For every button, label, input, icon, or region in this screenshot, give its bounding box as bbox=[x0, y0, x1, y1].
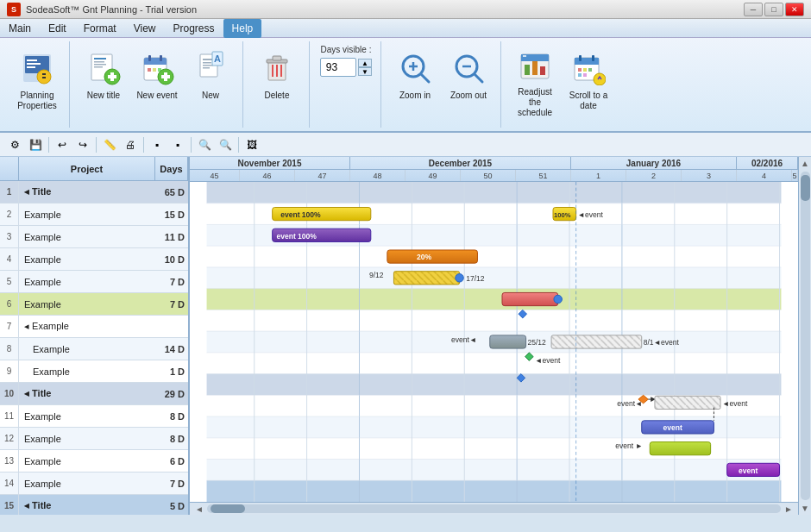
row-days-4: 10 D bbox=[155, 254, 188, 265]
project-row-10[interactable]: 10 ◂ Title 29 D bbox=[0, 383, 188, 405]
row-num-6: 6 bbox=[0, 293, 19, 315]
row-days-6: 7 D bbox=[155, 299, 188, 310]
minimize-button[interactable]: ─ bbox=[744, 3, 763, 16]
row-days-1: 65 D bbox=[155, 187, 188, 197]
row-days-10: 29 D bbox=[155, 389, 188, 399]
scroll-down-btn[interactable]: ▼ bbox=[799, 502, 811, 515]
row-num-10: 10 bbox=[0, 383, 19, 404]
new-title-label: New title bbox=[87, 91, 120, 101]
toolbar-undo[interactable]: ↩ bbox=[53, 135, 72, 154]
row-num-9: 9 bbox=[0, 360, 19, 382]
toolbar-btn1[interactable]: ▪ bbox=[148, 135, 167, 154]
project-row-6[interactable]: 6 Example 7 D bbox=[0, 293, 188, 316]
svg-rect-18 bbox=[144, 63, 167, 65]
zoom-out-button[interactable]: Zoom out bbox=[443, 45, 494, 119]
header-days: Days bbox=[155, 157, 188, 180]
project-row-1[interactable]: 1 ◂ Title 65 D bbox=[0, 181, 188, 203]
new-event-label: New event bbox=[136, 91, 177, 101]
scrollbar-thumb-h[interactable] bbox=[211, 504, 245, 513]
scrollbar-thumb-v[interactable] bbox=[801, 175, 810, 201]
toolbar-search1[interactable]: 🔍 bbox=[195, 135, 214, 154]
spinner-down[interactable]: ▼ bbox=[358, 67, 372, 76]
svg-text:◄event: ◄event bbox=[535, 356, 561, 365]
row-name-15: ◂ Title bbox=[19, 500, 155, 511]
gantt-body[interactable]: event 100% 100% ◄event event 100% 20% 9/… bbox=[190, 182, 798, 502]
readjust-button[interactable]: Readjust theschedule bbox=[510, 45, 560, 119]
horizontal-scrollbar[interactable]: ◄ ► bbox=[190, 502, 798, 515]
toolbar-ruler[interactable]: 📏 bbox=[100, 135, 119, 154]
zoom-in-button[interactable]: Zoom in bbox=[390, 45, 440, 119]
row-name-5: Example bbox=[19, 277, 155, 287]
menu-progress[interactable]: Progress bbox=[165, 19, 223, 38]
svg-rect-115 bbox=[502, 292, 558, 305]
app-icon: S bbox=[7, 3, 21, 16]
toolbar-save[interactable]: 💾 bbox=[26, 135, 45, 154]
project-row-13[interactable]: 13 Example 6 D bbox=[0, 450, 188, 473]
toolbar-search2[interactable]: 🔍 bbox=[216, 135, 235, 154]
menu-view[interactable]: View bbox=[125, 19, 165, 38]
gantt-panel: November 2015 December 2015 January 2016… bbox=[190, 157, 811, 515]
menu-edit[interactable]: Edit bbox=[40, 19, 75, 38]
project-row-11[interactable]: 11 Example 8 D bbox=[0, 405, 188, 428]
spinner-up[interactable]: ▲ bbox=[358, 59, 372, 67]
project-rows: 1 ◂ Title 65 D 2 Example 15 D 3 Example … bbox=[0, 181, 188, 515]
project-row-12[interactable]: 12 Example 8 D bbox=[0, 428, 188, 450]
new-event-button[interactable]: New event bbox=[132, 45, 182, 119]
delete-button[interactable]: Delete bbox=[252, 45, 302, 119]
svg-rect-10 bbox=[94, 61, 104, 63]
scroll-left-btn[interactable]: ◄ bbox=[192, 504, 207, 514]
close-button[interactable]: ✕ bbox=[785, 3, 804, 16]
scroll-up-btn[interactable]: ▲ bbox=[799, 157, 811, 170]
project-row-5[interactable]: 5 Example 7 D bbox=[0, 271, 188, 293]
week-50: 50 bbox=[461, 170, 516, 181]
project-row-14[interactable]: 14 Example 7 D bbox=[0, 473, 188, 495]
svg-text:9/12: 9/12 bbox=[369, 271, 384, 279]
planning-properties-icon bbox=[18, 49, 56, 87]
toolbar-redo[interactable]: ↪ bbox=[73, 135, 92, 154]
project-row-4[interactable]: 4 Example 10 D bbox=[0, 248, 188, 271]
new-label: New bbox=[202, 91, 219, 101]
svg-text:event 100%: event 100% bbox=[276, 232, 317, 241]
planning-properties-button[interactable]: PlanningProperties bbox=[12, 45, 62, 119]
menu-help[interactable]: Help bbox=[223, 19, 262, 38]
toolbar-btn2[interactable]: ▪ bbox=[168, 135, 187, 154]
svg-rect-21 bbox=[148, 68, 151, 72]
project-row-2[interactable]: 2 Example 15 D bbox=[0, 203, 188, 226]
svg-rect-9 bbox=[94, 58, 106, 59]
scroll-right-btn[interactable]: ► bbox=[781, 504, 796, 514]
project-row-9[interactable]: 9 Example 1 D bbox=[0, 360, 188, 383]
row-name-2: Example bbox=[19, 210, 155, 220]
toolbar-print[interactable]: 🖨 bbox=[121, 135, 140, 154]
project-row-15[interactable]: 15 ◂ Title 5 D bbox=[0, 495, 188, 515]
window-controls[interactable]: ─ □ ✕ bbox=[744, 3, 804, 16]
gantt-inner: November 2015 December 2015 January 2016… bbox=[190, 157, 798, 515]
readjust-label: Readjust theschedule bbox=[512, 87, 557, 118]
svg-text:20%: 20% bbox=[417, 253, 432, 261]
week-5: 5 bbox=[792, 170, 798, 181]
svg-point-61 bbox=[594, 73, 606, 85]
row-days-11: 8 D bbox=[155, 411, 188, 422]
vertical-scrollbar[interactable]: ▲ ▼ bbox=[798, 157, 811, 515]
menu-main[interactable]: Main bbox=[0, 19, 40, 38]
project-row-3[interactable]: 3 Example 11 D bbox=[0, 226, 188, 248]
ribbon: PlanningProperties Ne bbox=[0, 38, 811, 133]
days-visible-group: Days visible : ▲ ▼ bbox=[311, 41, 381, 128]
menu-format[interactable]: Format bbox=[75, 19, 125, 38]
new-title-button[interactable]: New title bbox=[79, 45, 129, 119]
new-button[interactable]: A New bbox=[185, 45, 236, 119]
days-visible-input[interactable] bbox=[320, 58, 356, 77]
week-4: 4 bbox=[737, 170, 792, 181]
svg-line-46 bbox=[475, 74, 482, 82]
project-row-8[interactable]: 8 Example 14 D bbox=[0, 338, 188, 360]
zoom-in-label: Zoom in bbox=[399, 91, 431, 101]
toolbar-settings[interactable]: ⚙ bbox=[5, 135, 24, 154]
toolbar-image[interactable]: 🖼 bbox=[242, 135, 261, 154]
project-row-7[interactable]: 7 ◂ Example bbox=[0, 316, 188, 338]
svg-rect-31 bbox=[203, 67, 210, 69]
row-days-9: 1 D bbox=[155, 366, 188, 377]
month-feb: 02/2016 bbox=[737, 157, 798, 169]
scroll-to-date-button[interactable]: Scroll to adate bbox=[563, 45, 613, 119]
zoom-in-icon bbox=[396, 49, 434, 87]
maximize-button[interactable]: □ bbox=[764, 3, 783, 16]
row-num-1: 1 bbox=[0, 181, 19, 203]
